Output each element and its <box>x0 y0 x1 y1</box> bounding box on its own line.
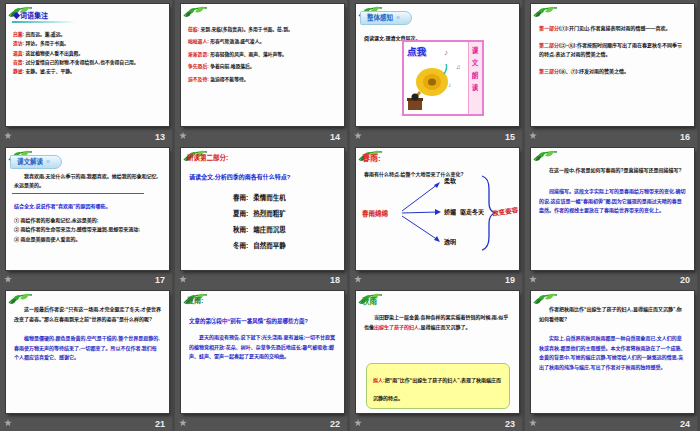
slide-thumbnail-15[interactable]: 整体感知» 阅读课文,理清文章层次。 点我 ♪ ♫ ♪ 课文 <box>356 4 519 126</box>
definition-line: 淅淅沥沥: 形容轻微的风声、雨声、落叶声等。 <box>188 49 340 61</box>
season-row: 冬雨:自然而平静 <box>233 240 286 250</box>
slide-number: 20 <box>680 275 690 285</box>
definition: 来到,来临(多指贵宾)。多用于书面。莅,到。 <box>201 27 293 32</box>
answer-item: ① 雨给作者的形象和记忆,永远是美的; <box>14 216 161 226</box>
slide-cell-23: 秋雨 当田野染上一层金黄,各种各样的果实摇着铃铛的时候,雨,似乎也像出嫁生了孩子… <box>350 287 525 431</box>
definition: 形容轻微的风声、雨声、落叶声等。 <box>210 52 287 57</box>
trait-label: 柔情而生机 <box>253 194 286 201</box>
leaf-decoration-icon <box>533 5 559 18</box>
slide-thumbnail-21[interactable]: 这一段最后作者说:“只有这一场雨,才完全驱走了冬天,才使世界改变了姿容。”那么在… <box>6 291 169 413</box>
slide-thumbnail-20[interactable]: 在这一段中,作者是如何写春雨的?是直接描写还是间接描写? 间接描写。这段文字实际… <box>531 148 694 270</box>
transition-indicator-icon[interactable] <box>354 132 362 140</box>
slide-number: 19 <box>505 275 515 285</box>
slide-thumbnail-22[interactable]: 夏雨: 文章的第③段中“别有一番风情”指的是哪些方面? 夏天的雨没有预告,说下就… <box>181 291 344 413</box>
branch-drive-winter: 驱走冬天 <box>460 207 484 216</box>
season-row: 春雨:柔情而生机 <box>233 192 286 202</box>
branch-soft: 柔软 <box>444 176 456 185</box>
term: 莅临: <box>188 27 199 32</box>
part-text: (①):开门见山,作者直接表明对雨的情感——喜欢。 <box>559 25 670 31</box>
slide-thumbnail-16[interactable]: 第一部分(①):开门见山,作者直接表明对雨的情感——喜欢。 第二部分(②~⑤):… <box>531 4 694 126</box>
device-explanation: 把“雨”比作“出嫁生了孩子的妇人”,表现了秋雨端庄而沉静的特点。 <box>373 377 501 401</box>
branch-transparent: 透明 <box>444 237 456 246</box>
section-header: 秋雨 <box>362 295 377 306</box>
definition: 拜访。多用于书面。 <box>26 41 69 46</box>
transition-indicator-icon[interactable] <box>4 132 12 140</box>
slide-number: 22 <box>330 419 340 429</box>
quote-highlight: 出嫁生了孩子的妇人 <box>374 324 419 330</box>
term: 高邈: <box>13 32 24 37</box>
transition-indicator-icon[interactable] <box>179 275 187 283</box>
transition-indicator-icon[interactable] <box>179 419 187 427</box>
qa-block: 这一段最后作者说:“只有这一场雨,才完全驱走了冬天,才使世界改变了姿容。”那么在… <box>14 305 161 363</box>
callout-box: 拟人:把“雨”比作“出嫁生了孩子的妇人”,表现了秋雨端庄而沉静的特点。 <box>366 363 510 409</box>
question-text: 在这一段中,作者是如何写春雨的?是直接描写还是间接描写? <box>539 166 686 176</box>
slide-thumbnail-17[interactable]: 课文解读» 我喜欢雨,无论什么季节的雨,我都喜欢。她给我的形象和记忆,永远是美的… <box>6 148 169 270</box>
transition-indicator-icon[interactable] <box>354 419 362 427</box>
slide-number: 17 <box>155 275 165 285</box>
slide-thumbnail-18[interactable]: 研读第二部分: 诵读全文,分析四季的雨各有什么特点? 春雨:柔情而生机 夏雨:热… <box>181 148 344 270</box>
section-banner: 课文解读» <box>10 155 62 169</box>
branch-charming: 娇媚 <box>444 207 456 216</box>
slide-cell-15: 整体感知» 阅读课文,理清文章层次。 点我 ♪ ♫ ♪ 课文 <box>350 0 525 144</box>
definition: 形容气势汹汹,盛气凌人。 <box>210 39 264 44</box>
definition-line: 造访: 拜访。多用于书面。 <box>13 39 165 48</box>
term: 逼真: <box>13 51 24 56</box>
definition: 这盆植物使人看不出真假。 <box>26 51 84 56</box>
slide-thumbnail-14[interactable]: 莅临: 来到,来临(多指贵宾)。多用于书面。莅,到。 咄咄逼人: 形容气势汹汹,… <box>181 4 344 126</box>
structure-outline: 第一部分(①):开门见山,作者直接表明对雨的情感——喜欢。 第二部分(②~⑤):… <box>539 24 686 76</box>
chevron-right-icon: » <box>396 14 400 21</box>
slide-cell-17: 课文解读» 我喜欢雨,无论什么季节的雨,我都喜欢。她给我的形象和记忆,永远是美的… <box>0 144 175 288</box>
question-text: 文章的第③段中“别有一番风情”指的是哪些方面? <box>189 317 336 327</box>
leaf-decoration-icon <box>183 5 209 18</box>
course-reading-label: 课文朗读 <box>469 47 479 97</box>
transition-indicator-icon[interactable] <box>4 275 12 283</box>
banner-label: 课文解读 <box>17 158 43 165</box>
season-row: 秋雨:端庄而沉思 <box>233 224 286 234</box>
qa-block: 作者把秋雨比作“出嫁生了孩子的妇人,显得端庄而又沉静”,你如何看待呢? 实际上,… <box>539 305 686 372</box>
slide-number: 14 <box>330 132 340 142</box>
slide-thumbnail-19[interactable]: 春雨: 春雨有什么特点,给整个大地带来了什么变化? 春雨绵绵 柔软 娇媚 驱走冬… <box>356 148 519 270</box>
qa-block: 在这一段中,作者是如何写春雨的?是直接描写还是间接描写? 间接描写。这段文字实际… <box>539 166 686 216</box>
music-note-icon: ♪ <box>448 82 451 88</box>
slide-number: 18 <box>330 275 340 285</box>
quote-post: ,显得端庄而又沉静了。 <box>419 324 470 330</box>
term: 静谧: <box>13 69 24 74</box>
device-label: 拟人: <box>373 377 385 383</box>
term: 淅淅沥沥: <box>188 52 209 57</box>
slide-thumbnail-23[interactable]: 秋雨 当田野染上一层金黄,各种各样的果实摇着铃铛的时候,雨,似乎也像出嫁生了孩子… <box>356 291 519 413</box>
slide-thumbnail-24[interactable]: 作者把秋雨比作“出嫁生了孩子的妇人,显得端庄而又沉静”,你如何看待呢? 实际上,… <box>531 291 694 413</box>
title-underline <box>12 21 76 23</box>
slide-sorter-grid: ◆词语集注 高邈: 高而远。邈,遥远。 造访: 拜访。多用于书面。 逼真: 这盆… <box>0 0 700 431</box>
season-label: 夏雨: <box>233 210 248 217</box>
red-underline <box>12 193 144 194</box>
definition: 安静。谧,安宁、平静。 <box>26 69 75 74</box>
part-label: 第三部分 <box>539 68 559 74</box>
question-text: 这一段最后作者说:“只有这一场雨,才完全驱走了冬天,才使世界改变了姿容。”那么在… <box>14 305 161 324</box>
transition-indicator-icon[interactable] <box>179 132 187 140</box>
transition-indicator-icon[interactable] <box>529 275 537 283</box>
slide-thumbnail-13[interactable]: ◆词语集注 高邈: 高而远。邈,遥远。 造访: 拜访。多用于书面。 逼真: 这盆… <box>6 4 169 126</box>
slide-number: 21 <box>155 419 165 429</box>
transition-indicator-icon[interactable] <box>529 419 537 427</box>
definition-line: 静谧: 安静。谧,安宁、平静。 <box>13 67 165 76</box>
quote-paragraph: 当田野染上一层金黄,各种各样的果实摇着铃铛的时候,雨,似乎也像出嫁生了孩子的妇人… <box>364 313 511 332</box>
gramophone-icon <box>406 60 452 112</box>
quote-paragraph: 我喜欢雨,无论什么季节的雨,我都喜欢。她给我的形象和记忆,永远是美的。 <box>14 172 161 191</box>
slide-cell-21: 这一段最后作者说:“只有这一场雨,才完全驱走了冬天,才使世界改变了姿容。”那么在… <box>0 287 175 431</box>
chevron-right-icon: » <box>46 158 50 165</box>
transition-indicator-icon[interactable] <box>529 132 537 140</box>
definition-line: 莅临: 来到,来临(多指贵宾)。多用于书面。莅,到。 <box>188 24 340 36</box>
slide-number: 13 <box>155 132 165 142</box>
season-label: 秋雨: <box>233 226 248 233</box>
audio-play-graphic[interactable]: 点我 ♪ ♫ ♪ 课文朗读 <box>402 40 484 116</box>
slide-cell-24: 作者把秋雨比作“出嫁生了孩子的妇人,显得端庄而又沉静”,你如何看待呢? 实际上,… <box>525 287 700 431</box>
transition-indicator-icon[interactable] <box>4 419 12 427</box>
definition: 过分爱惜自己的财物,不舍得给别人,也不舍得自己用。 <box>26 60 139 65</box>
leaf-decoration-icon <box>533 292 559 305</box>
part-label: 第一部分 <box>539 25 559 31</box>
slide-number: 15 <box>505 132 515 142</box>
question-text: 诵读全文,分析四季的雨各有什么特点? <box>189 172 336 183</box>
click-me-label[interactable]: 点我 <box>407 44 426 58</box>
transition-indicator-icon[interactable] <box>354 275 362 283</box>
leaf-decoration-icon <box>8 292 34 305</box>
